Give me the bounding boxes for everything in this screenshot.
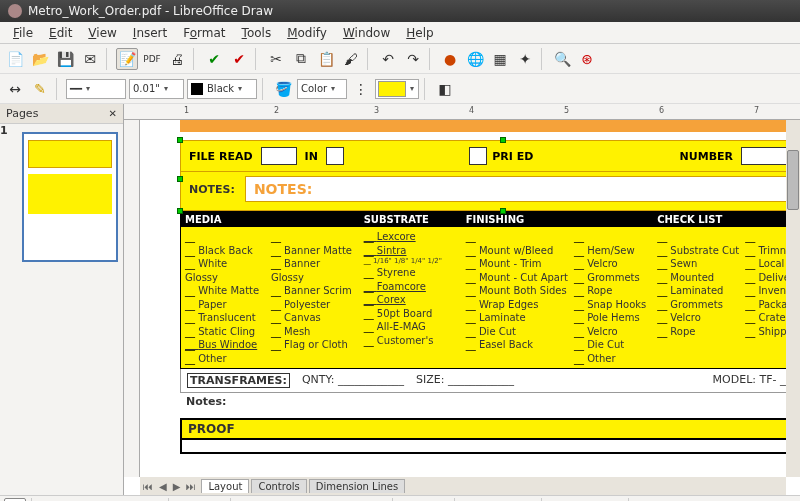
line-style-icon[interactable]: ✎ <box>29 78 51 100</box>
media-list-b: Banner MatteBanner Glossy Banner ScrimPo… <box>271 230 356 365</box>
basic-shapes-icon[interactable]: ◆ <box>240 498 262 502</box>
print-icon[interactable]: 🖨 <box>166 48 188 70</box>
pages-panel: Pages ✕ 1 <box>0 104 124 495</box>
star-icon[interactable]: ☆ <box>365 498 387 502</box>
menu-view[interactable]: View <box>81 24 123 42</box>
transframes-label: TRANSFRAMES: <box>187 373 290 388</box>
line-fill-toolbar: ↔ ✎ ━━ 0.01" Black 🪣 Color ⋮ ◧ <box>0 74 800 104</box>
format-paintbrush-icon[interactable]: 🖌 <box>340 48 362 70</box>
pdf-icon[interactable]: PDF <box>141 48 163 70</box>
finishing-list-b: Hem/SewVelcro GrommetsRope Snap HooksPol… <box>574 230 646 365</box>
align-icon[interactable]: ≡ <box>576 498 598 502</box>
checklist-b: TrimnLocal DeliveInven PackaCrate Shipp <box>745 230 786 338</box>
save-icon[interactable]: 💾 <box>54 48 76 70</box>
edit-file-icon[interactable]: 📝 <box>116 48 138 70</box>
line-icon[interactable]: ╱ <box>41 498 63 502</box>
tab-last-icon[interactable]: ⏭ <box>183 481 199 492</box>
tab-first-icon[interactable]: ⏮ <box>140 481 156 492</box>
notes2-label: Notes: <box>180 393 786 410</box>
vertical-scrollbar[interactable] <box>786 120 800 477</box>
arrow-line-icon[interactable]: → <box>66 498 88 502</box>
from-file-icon[interactable]: 🖼 <box>489 498 511 502</box>
tab-strip: ⏮ ◀ ▶ ⏭ Layout Controls Dimension Lines <box>140 477 786 495</box>
arrow-style-icon[interactable]: ↔ <box>4 78 26 100</box>
cut-icon[interactable]: ✂ <box>265 48 287 70</box>
transframes-row: TRANSFRAMES: QNTY: ____________ SIZE: __… <box>180 369 786 393</box>
menu-help[interactable]: Help <box>399 24 440 42</box>
page-thumb-number: 1 <box>0 124 8 137</box>
glue-icon[interactable]: ※ <box>427 498 449 502</box>
autospell-icon[interactable]: ✔ <box>228 48 250 70</box>
menu-bar: File Edit View Insert Format Tools Modif… <box>0 22 800 44</box>
open-icon[interactable]: 📂 <box>29 48 51 70</box>
table-icon[interactable]: ▦ <box>489 48 511 70</box>
chart-icon[interactable]: ● <box>439 48 461 70</box>
shadow-icon[interactable]: ◧ <box>434 78 456 100</box>
callout-icon[interactable]: 💬 <box>340 498 362 502</box>
connector-icon[interactable]: ⌐ <box>203 498 225 502</box>
line-width-combo[interactable]: 0.01" <box>129 79 184 99</box>
new-icon[interactable]: 📄 <box>4 48 26 70</box>
window-button[interactable] <box>8 4 22 18</box>
help-icon[interactable]: ⊛ <box>576 48 598 70</box>
fontwork-icon[interactable]: Ⓐ <box>464 498 486 502</box>
pages-close-icon[interactable]: ✕ <box>109 108 117 119</box>
hyperlink-icon[interactable]: 🌐 <box>464 48 486 70</box>
text-icon[interactable]: T <box>141 498 163 502</box>
fill-vdots-icon[interactable]: ⋮ <box>350 78 372 100</box>
zoom-icon[interactable]: 🔍 <box>551 48 573 70</box>
copy-icon[interactable]: ⧉ <box>290 48 312 70</box>
tab-layout[interactable]: Layout <box>201 479 249 493</box>
navigator-icon[interactable]: ✦ <box>514 48 536 70</box>
fill-icon[interactable]: 🪣 <box>272 78 294 100</box>
spellcheck-icon[interactable]: ✔ <box>203 48 225 70</box>
horizontal-ruler: 1 2 3 4 5 6 7 <box>124 104 800 120</box>
tab-prev-icon[interactable]: ◀ <box>156 481 170 492</box>
proof-section: PROOF <box>180 418 786 454</box>
rect-icon[interactable]: ▭ <box>91 498 113 502</box>
vertical-ruler <box>124 120 140 477</box>
media-header: MEDIA <box>181 212 360 227</box>
canvas[interactable]: 1 2 3 4 5 6 7 FILE READ IN PRI ED NUMBER <box>124 104 800 495</box>
flowchart-icon[interactable]: ▱ <box>315 498 337 502</box>
substrate-header: SUBSTRATE <box>360 212 462 227</box>
block-arrow-icon[interactable]: ⬅ <box>290 498 312 502</box>
rotate-icon[interactable]: ⟳ <box>551 498 573 502</box>
fill-type-combo[interactable]: Color <box>297 79 347 99</box>
checklist-header: CHECK LIST <box>653 212 786 227</box>
redo-icon[interactable]: ↷ <box>402 48 424 70</box>
drawing-toolbar: ↖ ╱ → ▭ ◯ T 〰 ⌐ ◆ ☻ ⬅ ▱ 💬 ☆ ✢ ※ Ⓐ 🖼 🗂 ⟳ … <box>0 495 800 501</box>
menu-insert[interactable]: Insert <box>126 24 174 42</box>
email-icon[interactable]: ✉ <box>79 48 101 70</box>
finishing-header: FINISHING <box>462 212 653 227</box>
substrate-list: LexcoreSintra 1/16" 1/8" 1/4" 1/2"Styren… <box>360 227 462 350</box>
tab-controls[interactable]: Controls <box>251 479 306 493</box>
line-style-combo[interactable]: ━━ <box>66 79 126 99</box>
document-page[interactable]: FILE READ IN PRI ED NUMBER NOTES: NOTES: <box>180 120 786 454</box>
extrusion-icon[interactable]: ⬚ <box>638 498 660 502</box>
gallery-icon[interactable]: 🗂 <box>514 498 536 502</box>
tab-next-icon[interactable]: ▶ <box>170 481 184 492</box>
menu-file[interactable]: File <box>6 24 40 42</box>
symbol-icon[interactable]: ☻ <box>265 498 287 502</box>
arrange-icon[interactable]: ☷ <box>601 498 623 502</box>
menu-edit[interactable]: Edit <box>42 24 79 42</box>
menu-window[interactable]: Window <box>336 24 397 42</box>
curve-icon[interactable]: 〰 <box>178 498 200 502</box>
media-list-a: Black BackWhite Glossy White MattePaper … <box>185 230 263 365</box>
ellipse-icon[interactable]: ◯ <box>116 498 138 502</box>
paste-icon[interactable]: 📋 <box>315 48 337 70</box>
points-icon[interactable]: ✢ <box>402 498 424 502</box>
select-icon[interactable]: ↖ <box>4 498 26 502</box>
menu-format[interactable]: Format <box>176 24 232 42</box>
line-color-combo[interactable]: Black <box>187 79 257 99</box>
menu-modify[interactable]: Modify <box>280 24 334 42</box>
fill-color-combo[interactable] <box>375 79 419 99</box>
tab-dimension[interactable]: Dimension Lines <box>309 479 405 493</box>
undo-icon[interactable]: ↶ <box>377 48 399 70</box>
menu-tools[interactable]: Tools <box>235 24 279 42</box>
options-columns: MEDIA Black BackWhite Glossy White Matte… <box>180 211 786 369</box>
orange-header-bar <box>180 120 786 132</box>
proof-label: PROOF <box>182 420 786 440</box>
page-thumbnail[interactable] <box>22 132 118 262</box>
